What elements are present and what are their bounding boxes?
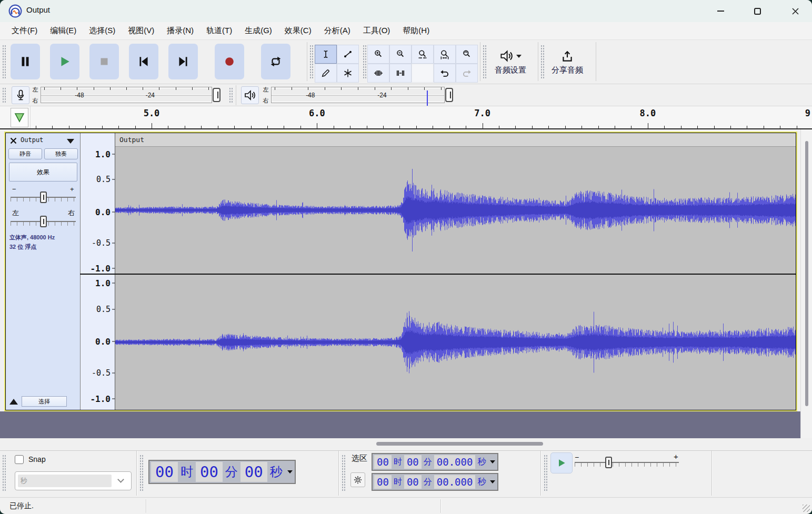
selection-start-field[interactable]: 00时00分00.000秒 <box>372 453 498 471</box>
waveform-left-channel[interactable] <box>115 147 796 274</box>
minimize-button[interactable] <box>708 2 733 20</box>
pan-slider[interactable] <box>11 217 76 226</box>
toolbar-grip[interactable] <box>2 44 6 79</box>
silence-audio-button[interactable] <box>389 64 412 83</box>
menu-item-transport[interactable]: 播录(N) <box>161 24 200 38</box>
zoom-project-button[interactable] <box>434 45 456 64</box>
share-audio-button[interactable]: 分享音频 <box>542 44 593 80</box>
time-digit-group[interactable]: 00 <box>374 455 392 469</box>
envelope-tool-button[interactable] <box>337 45 359 64</box>
horizontal-scrollbar[interactable] <box>0 438 800 450</box>
playback-meter[interactable]: -48-24 <box>271 87 445 103</box>
play-icon <box>556 458 567 468</box>
snap-unit-dropdown[interactable]: 秒 <box>15 471 132 490</box>
time-digit-group[interactable]: 00 <box>404 455 422 469</box>
undo-button[interactable] <box>434 64 456 83</box>
time-digit-group[interactable]: 00 <box>404 475 422 489</box>
draw-tool-button[interactable] <box>315 64 337 83</box>
toolbar-grip[interactable] <box>309 44 313 79</box>
time-digit-group[interactable]: 00 <box>240 462 267 482</box>
time-field-dropdown-arrow[interactable] <box>490 460 495 463</box>
record-button[interactable] <box>215 44 244 79</box>
menu-item-file[interactable]: 文件(F) <box>5 24 44 38</box>
track-select-button[interactable]: 选择 <box>22 396 67 407</box>
effects-button[interactable]: 效果 <box>9 163 77 182</box>
audio-setup-button[interactable]: 音频设置 <box>485 44 536 80</box>
snap-checkbox[interactable] <box>15 455 24 464</box>
track-name[interactable]: Output <box>21 136 43 144</box>
vertical-scrollbar-thumb[interactable] <box>805 141 808 406</box>
playback-meter-button[interactable] <box>241 86 259 104</box>
track-close-button[interactable] <box>8 136 18 145</box>
time-digit-group[interactable]: 00 <box>196 462 223 482</box>
pan-slider-thumb[interactable] <box>40 216 47 227</box>
selection-end-field[interactable]: 00时00分00.000秒 <box>372 473 498 491</box>
menu-item-help[interactable]: 帮助(H) <box>396 24 436 38</box>
toolbar-grip[interactable] <box>341 454 345 492</box>
selection-tool-button[interactable] <box>315 45 337 64</box>
vertical-ruler[interactable]: 1.00.50.0-0.5-1.01.00.50.0-0.5-1.0 <box>81 133 115 410</box>
menu-item-tools[interactable]: 工具(O) <box>357 24 397 38</box>
zoom-toggle-button[interactable] <box>456 45 478 64</box>
toolbar-grip[interactable] <box>228 87 233 104</box>
menu-item-tracks[interactable]: 轨道(T) <box>200 24 238 38</box>
gain-slider[interactable] <box>11 193 76 201</box>
multi-tool-button[interactable] <box>337 64 359 83</box>
status-separator <box>440 499 441 513</box>
playback-meter-handle[interactable] <box>445 88 453 102</box>
redo-button[interactable] <box>456 64 478 83</box>
record-meter[interactable]: -48-24 <box>41 87 212 103</box>
track-collapse-button[interactable] <box>8 396 19 407</box>
menu-item-view[interactable]: 视图(V) <box>122 24 161 38</box>
zoom-selection-button[interactable] <box>412 45 434 64</box>
zoom-sel-icon <box>412 45 433 63</box>
menu-item-select[interactable]: 选择(S) <box>83 24 122 38</box>
empty-track-space[interactable] <box>0 411 800 438</box>
track-menu-icon[interactable] <box>67 139 74 144</box>
record-meter-handle[interactable] <box>213 88 220 102</box>
menu-item-effect[interactable]: 效果(C) <box>278 24 318 38</box>
maximize-button[interactable] <box>745 2 769 20</box>
zoom-out-button[interactable] <box>389 45 412 64</box>
play-button[interactable] <box>50 44 79 79</box>
skip-to-start-button[interactable] <box>129 44 158 79</box>
audio-position-field[interactable]: 00时00分00秒 <box>148 460 296 484</box>
play-at-speed-button[interactable] <box>550 452 573 473</box>
timeline-options-button[interactable] <box>11 108 28 127</box>
selection-settings-button[interactable] <box>350 472 365 487</box>
clip-header[interactable]: Output <box>115 133 796 147</box>
timeline-ruler[interactable]: 5.06.07.08.09.0 <box>0 106 812 129</box>
mute-button[interactable]: 静音 <box>8 148 42 159</box>
solo-button[interactable]: 独奏 <box>44 148 78 159</box>
vertical-scrollbar[interactable] <box>800 129 812 438</box>
horizontal-scrollbar-thumb[interactable] <box>376 442 543 446</box>
menu-item-edit[interactable]: 编辑(E) <box>44 24 83 38</box>
toolbar-grip[interactable] <box>362 44 366 79</box>
timeline-time-label: 7.0 <box>474 108 490 118</box>
playback-speed-slider[interactable] <box>575 458 679 467</box>
trim-audio-button[interactable] <box>367 64 389 83</box>
toolbar-grip[interactable] <box>2 454 6 492</box>
menu-item-analyze[interactable]: 分析(A) <box>318 24 357 38</box>
loop-button[interactable] <box>261 44 290 79</box>
toolbar-grip[interactable] <box>139 454 143 492</box>
time-digit-group[interactable]: 00 <box>374 475 392 489</box>
pause-button[interactable] <box>11 44 40 79</box>
toolbar-grip[interactable] <box>543 454 547 492</box>
window-resize-grip[interactable] <box>803 505 810 512</box>
time-digit-group[interactable]: 00.000 <box>434 475 476 489</box>
time-field-dropdown-arrow[interactable] <box>287 470 293 473</box>
record-meter-button[interactable] <box>12 86 29 104</box>
waveform-right-channel[interactable] <box>115 275 796 410</box>
stop-button[interactable] <box>89 44 119 79</box>
menu-item-generate[interactable]: 生成(G) <box>238 24 278 38</box>
time-digit-group[interactable]: 00.000 <box>434 455 476 469</box>
speed-slider-thumb[interactable] <box>605 457 612 468</box>
close-button[interactable] <box>783 2 807 20</box>
toolbar-grip[interactable] <box>2 87 6 104</box>
gain-slider-thumb[interactable] <box>40 192 47 203</box>
time-field-dropdown-arrow[interactable] <box>490 480 495 483</box>
skip-to-end-button[interactable] <box>168 44 198 79</box>
time-digit-group[interactable]: 00 <box>151 462 178 482</box>
zoom-in-button[interactable] <box>367 45 389 64</box>
